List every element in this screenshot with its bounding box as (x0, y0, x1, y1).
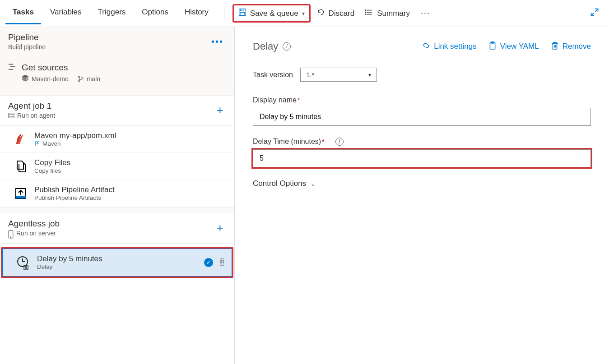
server-icon (8, 230, 14, 236)
ellipsis-icon: ··· (421, 9, 430, 18)
agentless-job-title: Agentless job (8, 219, 60, 229)
drag-handle-icon[interactable]: ⠿⠿ (219, 260, 223, 265)
required-indicator: * (298, 97, 300, 104)
view-yaml-button[interactable]: View YAML (488, 41, 539, 52)
svg-point-13 (79, 80, 80, 82)
info-icon[interactable]: i (283, 42, 291, 51)
check-icon: ✓ (204, 258, 213, 267)
task-title: Copy Files (34, 158, 70, 167)
svg-rect-24 (27, 266, 28, 269)
task-version-dropdown[interactable]: 1.* ▾ (300, 68, 377, 82)
copy-icon (14, 159, 28, 174)
branch-name: main (87, 75, 100, 83)
pipeline-subtitle: Build pipeline (8, 43, 46, 51)
task-publish-artifact[interactable]: Publish Pipeline Artifact Publish Pipeli… (0, 180, 234, 207)
branch-icon (78, 76, 84, 82)
remove-button[interactable]: Remove (551, 41, 591, 52)
upload-icon (14, 186, 28, 201)
discard-label: Discard (329, 9, 355, 18)
agent-job-card[interactable]: Agent job 1 Run on agent + (0, 96, 234, 126)
task-copy-files[interactable]: Copy Files Copy files (0, 153, 234, 180)
tab-variables[interactable]: Variables (43, 2, 89, 24)
svg-rect-2 (240, 13, 245, 16)
pipeline-card[interactable]: Pipeline Build pipeline ••• (0, 27, 234, 57)
repo-name: Maven-demo (32, 75, 69, 83)
task-subtitle: Copy files (34, 167, 70, 174)
maven-icon (14, 132, 28, 147)
svg-point-7 (366, 12, 366, 12)
delay-time-label: Delay Time (minutes) (253, 138, 321, 145)
svg-point-21 (10, 237, 11, 238)
agent-job-title: Agent job 1 (8, 101, 55, 111)
add-task-button[interactable]: + (214, 221, 226, 235)
svg-rect-17 (9, 116, 14, 118)
task-delay[interactable]: Delay by 5 minutes Delay ✓ ⠿⠿ (3, 249, 232, 276)
pipeline-title: Pipeline (8, 32, 46, 42)
link-settings-button[interactable]: Link settings (422, 41, 477, 52)
agentless-job-card[interactable]: Agentless job Run on server + (0, 213, 234, 244)
left-pane: Pipeline Build pipeline ••• Get sources (0, 27, 235, 364)
undo-icon (317, 8, 325, 18)
svg-rect-16 (9, 115, 14, 116)
sources-icon (8, 63, 16, 71)
flag-icon (34, 141, 40, 147)
task-subtitle: Delay (37, 263, 198, 270)
required-indicator: * (322, 138, 324, 145)
svg-point-12 (79, 76, 80, 78)
right-pane: Delay i Link settings View YAML Remove (235, 27, 609, 364)
list-icon (365, 8, 373, 18)
remove-label: Remove (563, 42, 591, 51)
svg-rect-1 (240, 9, 244, 11)
add-task-button[interactable]: + (214, 103, 226, 117)
task-version-label: Task version (253, 71, 293, 79)
delay-icon (16, 255, 31, 270)
tab-history[interactable]: History (177, 2, 216, 24)
svg-point-6 (366, 10, 366, 10)
svg-point-14 (82, 77, 83, 78)
save-and-queue-button[interactable]: Save & queue ▾ (232, 4, 311, 23)
pipeline-more-button[interactable]: ••• (209, 37, 226, 47)
separator (224, 6, 224, 21)
chevron-down-icon: ⌄ (311, 180, 316, 187)
agentless-job-subtitle: Run on server (16, 230, 56, 237)
agent-job-subtitle: Run on agent (17, 112, 55, 119)
task-title: Delay by 5 minutes (37, 254, 198, 263)
link-settings-label: Link settings (434, 42, 477, 51)
more-button[interactable]: ··· (416, 6, 435, 21)
view-yaml-label: View YAML (500, 42, 539, 51)
trash-icon (551, 41, 559, 52)
save-and-queue-label: Save & queue (250, 9, 298, 18)
expand-button[interactable] (586, 5, 604, 22)
svg-rect-19 (16, 196, 26, 198)
display-name-input[interactable] (253, 108, 591, 126)
task-maven[interactable]: Maven my-app/pom.xml Maven (0, 126, 234, 153)
control-options-label: Control Options (253, 179, 306, 188)
delay-time-input[interactable] (253, 149, 591, 167)
panel-title: Delay i (253, 41, 291, 52)
task-version-value: 1.* (306, 71, 314, 78)
top-tab-bar: Tasks Variables Triggers Options History… (0, 0, 609, 27)
display-name-label: Display name (253, 96, 297, 104)
task-subtitle: Maven (42, 140, 61, 147)
tab-tasks[interactable]: Tasks (5, 2, 41, 24)
svg-rect-15 (9, 113, 14, 115)
summary-button[interactable]: Summary (361, 5, 414, 21)
clipboard-icon (488, 41, 497, 52)
get-sources-card[interactable]: Get sources Maven-demo (0, 57, 234, 89)
panel-title-text: Delay (253, 41, 278, 52)
chevron-down-icon: ▾ (302, 10, 305, 17)
link-icon (422, 41, 430, 52)
info-icon[interactable]: i (335, 138, 344, 146)
repo-icon (22, 75, 29, 83)
tab-triggers[interactable]: Triggers (91, 2, 133, 24)
tab-options[interactable]: Options (135, 2, 176, 24)
task-title: Publish Pipeline Artifact (34, 185, 115, 194)
summary-label: Summary (377, 9, 410, 18)
chevron-down-icon: ▾ (368, 72, 371, 78)
expand-icon (590, 8, 599, 19)
get-sources-title: Get sources (22, 63, 226, 73)
control-options-toggle[interactable]: Control Options ⌄ (253, 179, 591, 188)
svg-point-8 (366, 14, 366, 14)
task-title: Maven my-app/pom.xml (34, 131, 116, 140)
discard-button[interactable]: Discard (312, 5, 359, 21)
